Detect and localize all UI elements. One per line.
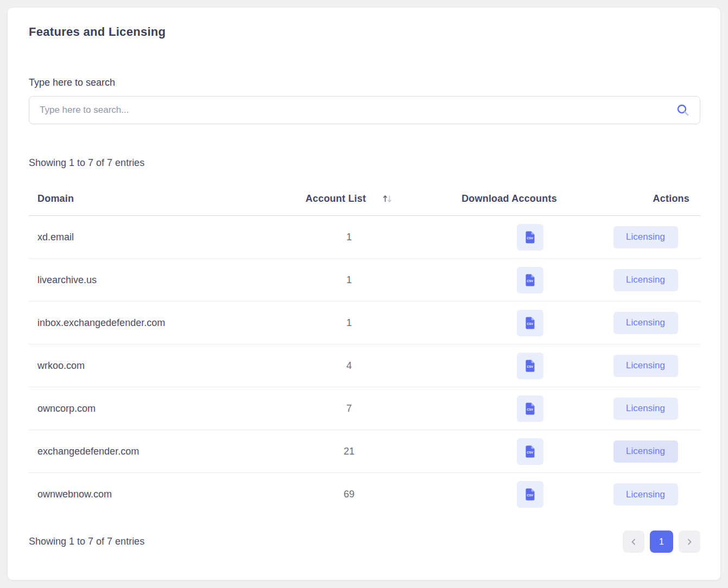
sort-up-down-icon[interactable]: [382, 194, 393, 204]
csv-file-icon: CSV: [524, 488, 536, 501]
column-header-download-accounts: Download Accounts: [428, 193, 591, 204]
column-header-actions: Actions: [591, 193, 700, 204]
search-label: Type here to search: [29, 77, 699, 88]
download-csv-button[interactable]: CSV: [517, 353, 543, 379]
entries-summary-bottom: Showing 1 to 7 of 7 entries: [29, 536, 144, 547]
search-input[interactable]: [29, 96, 700, 124]
csv-file-icon: CSV: [524, 445, 536, 458]
download-csv-button[interactable]: CSV: [517, 224, 543, 251]
download-csv-button[interactable]: CSV: [517, 395, 543, 422]
table-row: owncorp.com 7 CSV Licensing: [29, 387, 700, 430]
pagination: 1: [623, 531, 700, 553]
licensing-button[interactable]: Licensing: [613, 483, 678, 506]
download-csv-button[interactable]: CSV: [517, 481, 543, 508]
account-count-cell: 7: [270, 403, 428, 414]
domain-cell: xd.email: [29, 232, 270, 243]
table-row: inbox.exchangedefender.com 1 CSV Licensi…: [29, 302, 700, 344]
svg-text:CSV: CSV: [527, 322, 533, 325]
licensing-button[interactable]: Licensing: [613, 440, 678, 463]
svg-text:CSV: CSV: [527, 365, 533, 368]
account-count-cell: 4: [270, 360, 428, 372]
licensing-button[interactable]: Licensing: [613, 355, 678, 377]
entries-summary-top: Showing 1 to 7 of 7 entries: [29, 157, 699, 169]
column-header-account-list[interactable]: Account List: [270, 193, 428, 204]
csv-file-icon: CSV: [524, 359, 536, 373]
svg-text:CSV: CSV: [527, 279, 533, 283]
account-count-cell: 1: [270, 274, 428, 286]
table-header-row: Domain Account List Download Accounts Ac…: [29, 182, 700, 216]
domain-cell: owncorp.com: [29, 403, 270, 414]
domain-cell: inbox.exchangedefender.com: [29, 317, 270, 329]
table-footer: Showing 1 to 7 of 7 entries 1: [29, 531, 700, 553]
svg-text:CSV: CSV: [527, 237, 533, 240]
licensing-button[interactable]: Licensing: [613, 226, 678, 248]
download-csv-button[interactable]: CSV: [517, 267, 543, 293]
svg-text:CSV: CSV: [527, 408, 533, 411]
csv-file-icon: CSV: [524, 316, 536, 330]
licensing-button[interactable]: Licensing: [613, 312, 678, 334]
domain-cell: exchangedefender.com: [29, 446, 270, 457]
csv-file-icon: CSV: [524, 231, 536, 244]
page-1-button[interactable]: 1: [650, 531, 673, 553]
account-count-cell: 1: [270, 232, 428, 243]
account-list-label: Account List: [306, 193, 366, 204]
account-count-cell: 69: [270, 489, 428, 500]
chevron-right-icon: [686, 538, 693, 546]
account-count-cell: 21: [270, 446, 428, 457]
domain-cell: ownwebnow.com: [29, 489, 270, 500]
domain-cell: wrkoo.com: [29, 360, 270, 372]
table-row: xd.email 1 CSV Licensing: [29, 216, 700, 259]
licensing-button[interactable]: Licensing: [613, 269, 678, 291]
page-title: Features and Licensing: [29, 25, 699, 39]
domain-cell: livearchive.us: [29, 274, 270, 286]
features-licensing-card: Features and Licensing Type here to sear…: [7, 7, 721, 580]
svg-text:CSV: CSV: [527, 451, 533, 454]
column-header-domain: Domain: [29, 193, 270, 204]
table-row: ownwebnow.com 69 CSV Licensing: [29, 473, 700, 516]
table-row: livearchive.us 1 CSV Licensing: [29, 259, 700, 302]
magnifier-icon[interactable]: [676, 104, 689, 117]
licensing-button[interactable]: Licensing: [613, 398, 678, 420]
table-row: wrkoo.com 4 CSV Licensing: [29, 344, 700, 387]
previous-page-button[interactable]: [623, 531, 644, 553]
svg-text:CSV: CSV: [527, 494, 533, 497]
download-csv-button[interactable]: CSV: [517, 310, 543, 336]
download-csv-button[interactable]: CSV: [517, 438, 543, 465]
next-page-button[interactable]: [679, 531, 700, 553]
csv-file-icon: CSV: [524, 273, 536, 287]
csv-file-icon: CSV: [524, 402, 536, 416]
domains-table: Domain Account List Download Accounts Ac…: [29, 182, 700, 516]
table-row: exchangedefender.com 21 CSV Licensing: [29, 430, 700, 473]
account-count-cell: 1: [270, 317, 428, 329]
chevron-left-icon: [630, 538, 637, 546]
search-box: [29, 96, 700, 124]
